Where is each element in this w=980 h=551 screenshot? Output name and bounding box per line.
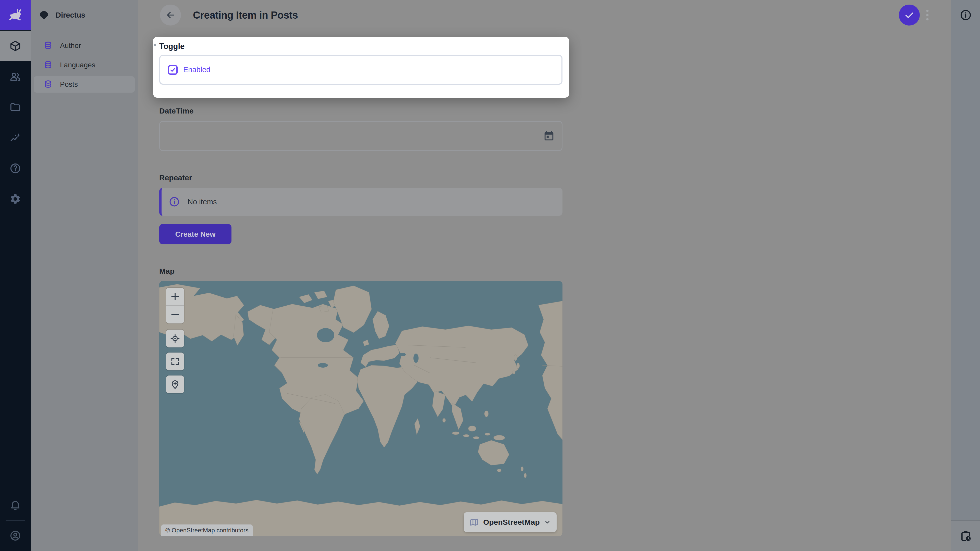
toggle-field-input: Enabled [159,55,563,85]
info-circle-icon [169,196,180,207]
map-fullscreen-control [166,353,184,370]
chevron-down-icon [544,519,551,526]
arrow-left-icon [165,10,176,20]
toggle-field-label: Toggle [159,42,185,51]
back-button[interactable] [160,5,181,25]
fullscreen-button[interactable] [166,353,184,370]
repeater-empty-notice: No items [159,188,563,216]
map-field-label: Map [159,267,175,275]
project-header[interactable]: Directus [30,0,138,30]
project-name: Directus [56,11,85,19]
database-icon [43,60,53,70]
create-new-button[interactable]: Create New [159,224,231,245]
module-insights[interactable] [0,122,30,153]
enabled-checkbox[interactable] [168,65,178,75]
box-icon [10,40,21,52]
gear-icon [10,193,21,205]
help-icon [10,162,21,174]
enabled-checkbox-label[interactable]: Enabled [183,65,210,74]
user-menu-button[interactable] [0,520,30,551]
add-location-button[interactable] [166,375,184,393]
folder-icon [10,101,21,113]
map-style-label: OpenStreetMap [483,518,540,527]
checkbox-check-icon [169,67,176,73]
sidebar-item-author[interactable]: Author [34,38,135,54]
module-help[interactable] [0,153,30,184]
navigation-panel: Directus Author Languages [30,0,138,551]
map-style-selector[interactable]: OpenStreetMap [464,512,557,532]
zoom-in-icon [170,292,180,301]
notifications-button[interactable] [0,489,30,520]
info-icon [959,9,972,21]
page-title: Creating Item in Posts [193,10,298,21]
save-button[interactable] [899,5,920,25]
sidebar-divider [951,30,980,30]
rabbit-logo-icon [7,7,24,23]
map-add-location-control [166,375,184,393]
zoom-out-button[interactable] [166,306,184,324]
sidebar-item-languages[interactable]: Languages [34,57,135,73]
map-icon [469,517,479,527]
fullscreen-icon [170,357,180,366]
repeater-empty-text: No items [188,198,217,206]
info-sidebar-button[interactable] [951,0,980,30]
module-settings[interactable] [0,184,30,214]
geolocate-button[interactable] [166,330,184,348]
database-icon [43,41,53,51]
sidebar-item-posts[interactable]: Posts [34,76,135,93]
more-options-button[interactable] [922,7,932,23]
kebab-menu-icon [923,7,932,23]
field-edited-dot [154,44,156,46]
zoom-out-icon [170,310,180,319]
directus-logo-button[interactable] [0,0,30,30]
check-icon [904,10,915,21]
sidebar-strip [951,0,980,551]
datetime-input[interactable] [159,121,563,151]
fan-icon [38,10,49,21]
insights-icon [10,132,21,144]
bell-icon [10,499,21,511]
sidebar-item-label: Languages [60,61,95,69]
map-zoom-controls [166,288,184,324]
user-circle-icon [10,530,21,541]
datetime-field-label: DateTime [159,106,194,115]
module-user-directory[interactable] [0,61,30,92]
world-map [159,281,563,536]
add-location-icon [170,380,180,389]
sidebar-item-label: Author [60,41,81,50]
geolocate-icon [170,333,180,344]
map-canvas[interactable]: © OpenStreetMap contributors OpenStreetM… [159,281,563,536]
module-file-library[interactable] [0,92,30,122]
module-content[interactable] [0,30,30,61]
map-attribution[interactable]: © OpenStreetMap contributors [161,524,253,536]
zoom-in-button[interactable] [166,288,184,306]
clipboard-clock-icon [959,530,972,542]
calendar-icon[interactable] [543,130,555,142]
map-geolocate-control [166,330,184,348]
sidebar-item-label: Posts [60,80,78,89]
module-bar [0,0,30,551]
toggle-field-card: Toggle Enabled [153,37,569,98]
activity-sidebar-button[interactable] [951,521,980,551]
repeater-field-label: Repeater [159,173,192,182]
database-icon [43,80,53,89]
create-new-label: Create New [175,230,216,238]
users-icon [10,71,21,83]
directus-app: Directus Author Languages [0,0,980,551]
